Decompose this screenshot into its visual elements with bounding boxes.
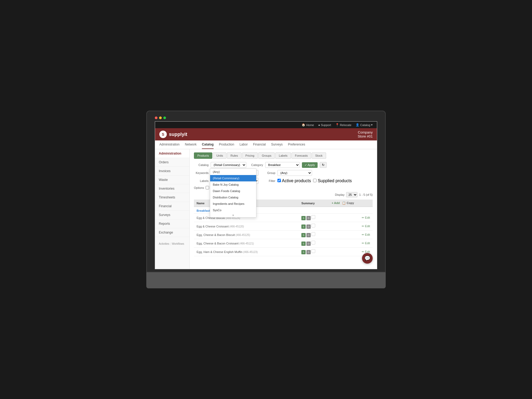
brand-bar: S supplyit Company Store #01	[155, 128, 377, 140]
minimize-dot	[159, 117, 162, 119]
catalog-label: Catalog	[194, 163, 209, 167]
activities-link[interactable]: Activities	[159, 242, 169, 245]
nav-surveys[interactable]: Surveys	[271, 140, 282, 149]
edit-button[interactable]: ✏ Edit	[362, 250, 370, 253]
catalog-link[interactable]: 👤 Catalog ▾	[356, 123, 373, 127]
edit-button[interactable]: ✏ Edit	[362, 225, 370, 228]
icon-d: D	[306, 242, 311, 246]
col-summary: Summary	[299, 200, 329, 207]
catalog-select[interactable]: (Retail Commissary)	[211, 162, 246, 168]
table-row: Egg, Cheese & Bacon Biscuit (466-45125) …	[194, 231, 373, 239]
nav-labor[interactable]: Labor	[239, 140, 248, 149]
dropdown-item-any[interactable]: (Any)	[210, 169, 256, 175]
nav-catalog[interactable]: Catalog	[202, 140, 214, 149]
nav-preferences[interactable]: Preferences	[288, 140, 305, 149]
edit-button[interactable]: ✏ Edit	[362, 233, 370, 236]
icon-d: D	[306, 225, 311, 229]
top-nav: 🏠 Home ● Support 📍 Relocate 👤 Catalog ▾	[155, 122, 377, 128]
product-action-cell: ✏ Edit	[329, 214, 373, 222]
product-summary-cell: S D	[299, 248, 329, 256]
workflows-link[interactable]: Workflows	[172, 242, 184, 245]
chat-bubble[interactable]: 💬	[362, 253, 373, 264]
icon-s: S	[301, 225, 306, 229]
window-controls	[155, 117, 377, 119]
product-name-cell: Egg, Ham & Cheese English Muffin (466-45…	[194, 248, 299, 256]
nav-administration[interactable]: Administration	[159, 140, 180, 149]
product-name-cell: Egg, Cheese & Bacon Biscuit (466-45125)	[194, 231, 299, 239]
sidebar-item-waste[interactable]: Waste	[155, 176, 189, 184]
add-button[interactable]: + Add	[332, 201, 340, 205]
display-label: Display	[335, 193, 344, 196]
logo-icon: S	[159, 131, 167, 138]
nav-production[interactable]: Production	[219, 140, 234, 149]
sidebar-item-inventories[interactable]: Inventories	[155, 184, 189, 193]
sidebar-item-invoices[interactable]: Invoices	[155, 167, 189, 176]
pagination-info: 1 - 5 (of 5)	[359, 193, 373, 196]
icon-check	[311, 249, 315, 253]
dropdown-item-distribution[interactable]: Distribution Catalog	[210, 194, 256, 201]
icon-s: S	[301, 216, 306, 220]
tab-pricing[interactable]: Pricing	[242, 152, 258, 159]
group-select[interactable]: (Any)	[277, 170, 312, 176]
product-action-cell: ✏ Edit	[329, 239, 373, 248]
supplied-products-check-label: Supplied products	[313, 178, 352, 183]
icon-s: S	[301, 242, 306, 246]
dropdown-item-dawn[interactable]: Dawn Foods Catalog	[210, 188, 256, 194]
sidebar-item-reports[interactable]: Reports	[155, 219, 189, 228]
nav-financial[interactable]: Financial	[253, 140, 266, 149]
tab-stock[interactable]: Stock	[312, 152, 326, 159]
category-select[interactable]: Breakfast	[265, 162, 300, 168]
active-products-checkbox[interactable]	[277, 179, 281, 182]
tab-labels[interactable]: Labels	[275, 152, 291, 159]
tab-rules[interactable]: Rules	[227, 152, 241, 159]
table-row: Egg, Ham & Cheese English Muffin (466-45…	[194, 248, 373, 256]
dropdown-item-retail[interactable]: (Retail Commissary)	[210, 175, 256, 181]
icon-d: D	[306, 233, 311, 237]
product-summary-cell: S D	[299, 214, 329, 222]
support-link[interactable]: ● Support	[318, 123, 331, 127]
display-per-page[interactable]: 25	[346, 192, 358, 197]
active-products-check-label: Active products	[277, 178, 311, 183]
tab-units[interactable]: Units	[213, 152, 226, 159]
display-details-checkbox[interactable]	[206, 186, 209, 189]
dropdown-item-ingredients[interactable]: Ingredients and Recipes	[210, 201, 256, 207]
nav-network[interactable]: Network	[185, 140, 197, 149]
sidebar-item-administration[interactable]: Administration	[155, 149, 189, 158]
group-label: Group	[261, 171, 275, 174]
sidebar-item-exchange[interactable]: Exchange	[155, 228, 189, 237]
home-link[interactable]: 🏠 Home	[302, 123, 314, 127]
sidebar-item-surveys[interactable]: Surveys	[155, 211, 189, 219]
keyboard	[146, 272, 386, 288]
screen-bezel: 🏠 Home ● Support 📍 Relocate 👤 Catalog ▾ …	[146, 111, 386, 272]
supplied-products-checkbox[interactable]	[313, 179, 317, 182]
icon-s: S	[301, 233, 306, 237]
product-name-cell: Egg & Cheese Croissant (466-45120)	[194, 222, 299, 231]
sub-tabs: Products Units Rules Pricing Groups Labe…	[194, 152, 373, 159]
edit-button[interactable]: ✏ Edit	[362, 242, 370, 245]
tab-groups[interactable]: Groups	[258, 152, 275, 159]
table-row: Egg, Cheese & Bacon Croissant (466-45121…	[194, 239, 373, 248]
supplied-products-label: Supplied products	[318, 178, 352, 183]
sidebar: Administration Orders Invoices Waste Inv…	[155, 149, 190, 269]
col-actions: + Add 📋 Copy	[329, 200, 373, 207]
icon-check	[311, 224, 315, 227]
tab-products[interactable]: Products	[194, 152, 212, 159]
edit-button[interactable]: ✏ Edit	[362, 216, 370, 219]
copy-button[interactable]: 📋 Copy	[342, 201, 354, 205]
options-label: Options	[194, 186, 204, 189]
maximize-dot	[163, 117, 166, 119]
icon-check	[311, 232, 315, 236]
sidebar-item-orders[interactable]: Orders	[155, 158, 189, 167]
apply-button[interactable]: ✓ Apply	[302, 162, 318, 168]
product-summary-cell: S D	[299, 231, 329, 239]
relocate-link[interactable]: 📍 Relocate	[335, 123, 351, 127]
dropdown-item-bake[interactable]: Bake N Joy Catalog	[210, 181, 256, 188]
catalog-dropdown: (Any) (Retail Commissary) Bake N Joy Cat…	[210, 168, 256, 218]
dropdown-item-sysco[interactable]: SysCo	[210, 207, 256, 213]
icon-d: D	[306, 216, 311, 220]
tab-forecasts[interactable]: Forecasts	[292, 152, 311, 159]
sidebar-item-financial[interactable]: Financial	[155, 202, 189, 211]
sidebar-item-timesheets[interactable]: Timesheets	[155, 193, 189, 202]
product-action-cell: ✏ Edit	[329, 231, 373, 239]
refresh-button[interactable]: ↻	[320, 162, 327, 168]
